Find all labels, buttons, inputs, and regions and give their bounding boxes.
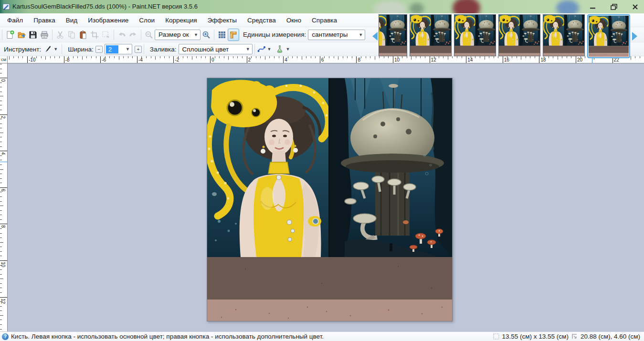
menu-effects[interactable]: Эффекты (202, 15, 242, 26)
undo-icon (117, 31, 126, 39)
chevron-down-icon: ▼ (243, 47, 250, 52)
open-file-button[interactable] (16, 29, 27, 41)
save-icon (29, 31, 37, 39)
copy-icon (67, 31, 76, 39)
tool-label: Инструмент: (4, 46, 41, 53)
image-thumbnail[interactable] (543, 14, 585, 56)
zoom-out-icon (145, 31, 153, 39)
thumbnail-scroll-right-icon[interactable] (632, 32, 637, 41)
image-thumbnail-selected[interactable] (587, 14, 630, 58)
deselect-icon (102, 31, 110, 39)
spline-style-button[interactable] (257, 43, 266, 55)
print-button[interactable] (39, 29, 50, 41)
crop-icon (90, 31, 99, 39)
width-decrease-button[interactable]: − (95, 46, 103, 53)
units-dropdown[interactable]: сантиметры ▼ (308, 30, 365, 40)
menu-file[interactable]: Файл (2, 15, 28, 26)
deselect-button[interactable] (100, 29, 112, 41)
brush-tool-button[interactable] (43, 43, 53, 55)
undo-button[interactable] (116, 29, 127, 41)
fill-style-value: Сплошной цвет (182, 46, 229, 53)
image-thumbnail[interactable] (410, 14, 452, 56)
image-list-strip (372, 13, 644, 59)
brush-tool-icon (43, 45, 52, 53)
desktop-blur-artifact (373, 1, 407, 13)
image-thumbnail[interactable] (379, 14, 407, 56)
thumbnail-list (379, 14, 630, 58)
chevron-down-icon: ▼ (191, 32, 198, 37)
menu-window[interactable]: Окно (281, 15, 306, 26)
units-label: Единицы измерения: (243, 31, 306, 38)
redo-icon (129, 31, 137, 39)
width-increase-button[interactable]: + (135, 46, 142, 53)
zoom-in-button[interactable] (201, 29, 212, 41)
width-label: Ширина: (68, 46, 94, 53)
cursor-position-icon (571, 333, 578, 340)
image-size-value: 13.55 (см) x 13.55 (см) (502, 333, 569, 340)
image-thumbnail[interactable] (498, 14, 540, 56)
new-file-icon (6, 31, 14, 39)
chevron-down-icon: ▼ (123, 47, 130, 52)
redo-button[interactable] (127, 29, 139, 41)
menu-image[interactable]: Изображение (83, 15, 134, 26)
cut-button[interactable] (54, 29, 66, 41)
paintnet-app-icon (2, 3, 10, 10)
width-value: 2 (106, 45, 119, 53)
title-bar: KartusSoulGemBlackFilled75.dds (100%) - … (0, 0, 644, 13)
antialias-button[interactable] (275, 43, 285, 55)
ruler-toggle-button[interactable] (228, 29, 239, 41)
ruler-toggle-icon (229, 31, 238, 39)
zoom-mode-value: Размер ок (158, 31, 189, 38)
menu-utilities[interactable]: Средства (242, 15, 281, 26)
zoom-in-icon (202, 31, 211, 39)
save-button[interactable] (27, 29, 39, 41)
help-icon: ? (2, 333, 9, 340)
width-dropdown[interactable]: 2 ▼ (105, 44, 132, 54)
status-message: Кисть. Левая кнопка - использовать основ… (11, 333, 324, 340)
close-button[interactable] (629, 2, 641, 11)
desktop-blur-artifact (410, 3, 424, 13)
desktop-blur-artifact (453, 0, 480, 13)
menu-layers[interactable]: Слои (134, 15, 160, 26)
crop-button[interactable] (89, 29, 100, 41)
units-value: сантиметры (312, 31, 348, 38)
print-icon (40, 31, 49, 39)
restore-button[interactable] (608, 2, 620, 11)
cut-icon (56, 31, 64, 39)
new-file-button[interactable] (4, 29, 16, 41)
chevron-down-icon: ▼ (356, 32, 363, 37)
copy-button[interactable] (66, 29, 77, 41)
paste-button[interactable] (77, 29, 89, 41)
workspace[interactable] (8, 63, 644, 331)
thumbnail-scroll-left-icon[interactable] (372, 32, 378, 41)
desktop-blur-artifact (556, 0, 579, 13)
canvas-image[interactable] (207, 78, 452, 321)
canvas[interactable] (207, 78, 453, 321)
grid-icon (218, 31, 226, 39)
chevron-down-icon[interactable]: ▼ (285, 47, 290, 52)
menu-view[interactable]: Вид (61, 15, 83, 26)
paste-icon (79, 31, 87, 39)
chevron-down-icon[interactable]: ▼ (267, 47, 272, 52)
vertical-ruler: 024681012 (0, 63, 8, 331)
window-title: KartusSoulGemBlackFilled75.dds (100%) - … (12, 3, 198, 10)
ruler-unit-corner: см (0, 56, 8, 63)
grid-toggle-button[interactable] (216, 29, 228, 41)
minimize-button[interactable] (587, 2, 599, 11)
zoom-mode-dropdown[interactable]: Размер ок ▼ (155, 30, 201, 40)
spline-style-icon (257, 45, 266, 53)
status-bar: ? Кисть. Левая кнопка - использовать осн… (0, 331, 644, 341)
open-file-icon (17, 31, 26, 39)
chevron-down-icon[interactable]: ▼ (53, 47, 58, 52)
menu-adjustments[interactable]: Коррекция (160, 15, 202, 26)
cursor-position-value: 20.88 (см), 4.60 (см) (581, 333, 640, 340)
menu-help[interactable]: Справка (306, 15, 342, 26)
image-size-icon (493, 333, 499, 340)
zoom-out-button[interactable] (143, 29, 155, 41)
fill-label: Заливка: (150, 46, 177, 53)
menu-edit[interactable]: Правка (28, 15, 61, 26)
image-thumbnail[interactable] (454, 14, 496, 56)
fill-style-dropdown[interactable]: Сплошной цвет ▼ (179, 44, 253, 54)
antialias-flask-icon (275, 45, 284, 53)
